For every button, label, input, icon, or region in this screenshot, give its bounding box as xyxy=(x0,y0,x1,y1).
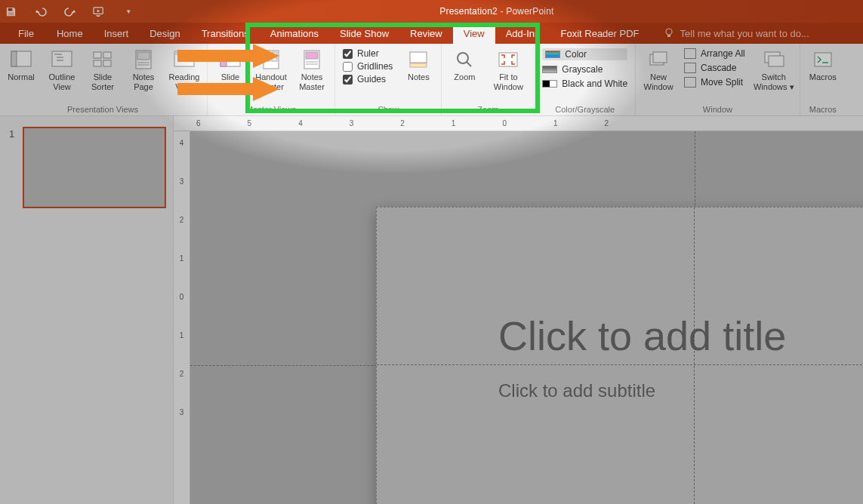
tab-addins[interactable]: Add-Ins xyxy=(495,23,550,44)
group-master-views: SlideMaster HandoutMaster NotesMaster Ma… xyxy=(208,44,335,115)
tell-me-search[interactable]: Tell me what you want to do... xyxy=(664,23,809,44)
svg-rect-4 xyxy=(667,35,670,37)
tab-file[interactable]: File xyxy=(6,23,46,44)
svg-rect-20 xyxy=(174,51,194,55)
svg-rect-25 xyxy=(272,52,277,56)
undo-icon[interactable] xyxy=(34,5,47,18)
svg-rect-32 xyxy=(410,52,427,63)
svg-rect-1 xyxy=(8,12,14,15)
slide-number: 1 xyxy=(9,128,14,140)
app-name: PowerPoint xyxy=(506,6,553,17)
reading-view-button[interactable]: ReadingView xyxy=(166,47,202,94)
title-bar: ▾ Presentation2 - PowerPoint xyxy=(0,0,863,23)
group-label-window: Window xyxy=(640,103,795,114)
macros-button[interactable]: Macros xyxy=(805,47,841,94)
tab-transitions[interactable]: Transitions xyxy=(191,23,260,44)
customize-qat-icon[interactable]: ▾ xyxy=(122,5,135,18)
notes-page-button[interactable]: NotesPage xyxy=(125,47,162,94)
group-label-macros: Macros xyxy=(805,103,841,114)
start-from-beginning-icon[interactable] xyxy=(93,5,106,18)
slide-master-button[interactable]: SlideMaster xyxy=(212,47,248,94)
tab-animations[interactable]: Animations xyxy=(260,23,329,44)
svg-rect-24 xyxy=(265,52,270,56)
svg-rect-0 xyxy=(8,8,13,11)
move-split-button[interactable]: Move Split xyxy=(684,77,745,88)
svg-rect-33 xyxy=(410,63,427,67)
svg-rect-22 xyxy=(220,51,227,66)
fit-to-window-button[interactable]: Fit toWindow xyxy=(487,47,529,94)
title-placeholder[interactable]: Click to add title xyxy=(498,312,786,359)
tab-insert[interactable]: Insert xyxy=(94,23,140,44)
group-label-colorgray: Color/Grayscale xyxy=(539,103,630,114)
slide-thumbnails-panel[interactable]: 1 xyxy=(0,116,174,504)
svg-rect-26 xyxy=(265,57,270,61)
tab-review[interactable]: Review xyxy=(399,23,453,44)
window-title: Presentation2 - PowerPoint xyxy=(135,6,858,17)
vertical-ruler: 43210123 xyxy=(174,131,190,504)
horizontal-ruler: 654321012 xyxy=(174,116,863,131)
switch-windows-button[interactable]: SwitchWindows ▾ xyxy=(753,47,795,94)
save-icon[interactable] xyxy=(5,5,17,18)
guides-checkbox[interactable]: Guides xyxy=(343,74,393,85)
zoom-button[interactable]: Zoom xyxy=(446,47,482,94)
cascade-button[interactable]: Cascade xyxy=(684,63,745,73)
tab-foxit[interactable]: Foxit Reader PDF xyxy=(550,23,649,44)
svg-rect-13 xyxy=(94,60,101,66)
subtitle-placeholder[interactable]: Click to add subtitle xyxy=(498,380,655,401)
redo-icon[interactable] xyxy=(63,5,76,18)
svg-rect-14 xyxy=(103,60,111,66)
new-window-button[interactable]: NewWindow xyxy=(640,47,677,94)
group-label-presentation-views: Presentation Views xyxy=(3,103,202,114)
thumbnail-slide-1[interactable]: 1 xyxy=(8,127,165,208)
group-zoom: Zoom Fit toWindow Zoom xyxy=(442,44,535,115)
group-label-master-views: Master Views xyxy=(212,103,330,114)
svg-rect-7 xyxy=(52,51,72,66)
slide-canvas-area: 654321012 43210123 Click to add title Cl… xyxy=(174,116,863,504)
group-label-zoom: Zoom xyxy=(446,103,529,114)
svg-rect-6 xyxy=(11,51,17,66)
tab-design[interactable]: Design xyxy=(139,23,190,44)
grayscale-mode-button[interactable]: Grayscale xyxy=(542,64,627,75)
arrange-all-button[interactable]: Arrange All xyxy=(684,48,745,59)
tab-slideshow[interactable]: Slide Show xyxy=(329,23,399,44)
document-name: Presentation2 xyxy=(439,6,498,17)
ribbon-tabs: File Home Insert Design Transitions Anim… xyxy=(0,23,863,44)
ribbon: Normal OutlineView SlideSorter NotesPage… xyxy=(0,44,863,116)
lightbulb-icon xyxy=(664,28,674,38)
svg-rect-29 xyxy=(306,52,318,59)
group-window: NewWindow Arrange All Cascade Move Split… xyxy=(636,44,800,115)
group-presentation-views: Normal OutlineView SlideSorter NotesPage… xyxy=(0,44,208,115)
gridlines-checkbox[interactable]: Gridlines xyxy=(343,61,393,72)
color-mode-button[interactable]: Color xyxy=(542,48,627,60)
notes-button[interactable]: Notes xyxy=(400,47,436,94)
svg-rect-12 xyxy=(103,52,111,58)
svg-rect-40 xyxy=(769,56,784,66)
work-area: 1 654321012 43210123 Click to add title … xyxy=(0,116,863,504)
tab-view[interactable]: View xyxy=(453,23,495,44)
svg-rect-41 xyxy=(815,53,831,66)
svg-line-35 xyxy=(467,62,471,66)
svg-rect-38 xyxy=(653,52,667,63)
quick-access-toolbar: ▾ xyxy=(5,5,135,18)
group-color-grayscale: Color Grayscale Black and White Color/Gr… xyxy=(535,44,636,115)
normal-view-button[interactable]: Normal xyxy=(3,47,39,94)
slide-sorter-button[interactable]: SlideSorter xyxy=(85,47,121,94)
thumbnail-preview[interactable] xyxy=(23,127,166,208)
group-macros: Macros Macros xyxy=(800,44,846,115)
svg-point-34 xyxy=(458,53,468,63)
outline-view-button[interactable]: OutlineView xyxy=(44,47,80,94)
svg-rect-11 xyxy=(94,52,101,58)
svg-rect-27 xyxy=(272,57,277,61)
ruler-checkbox[interactable]: Ruler xyxy=(343,48,393,59)
group-label-show: Show xyxy=(340,103,436,114)
svg-rect-16 xyxy=(137,52,149,60)
notes-master-button[interactable]: NotesMaster xyxy=(294,47,330,94)
handout-master-button[interactable]: HandoutMaster xyxy=(253,47,289,94)
group-show: Ruler Gridlines Guides Notes Show xyxy=(335,44,442,115)
svg-point-3 xyxy=(666,29,672,35)
black-white-mode-button[interactable]: Black and White xyxy=(542,78,627,89)
tab-home[interactable]: Home xyxy=(46,23,94,44)
tell-me-placeholder: Tell me what you want to do... xyxy=(680,28,809,39)
